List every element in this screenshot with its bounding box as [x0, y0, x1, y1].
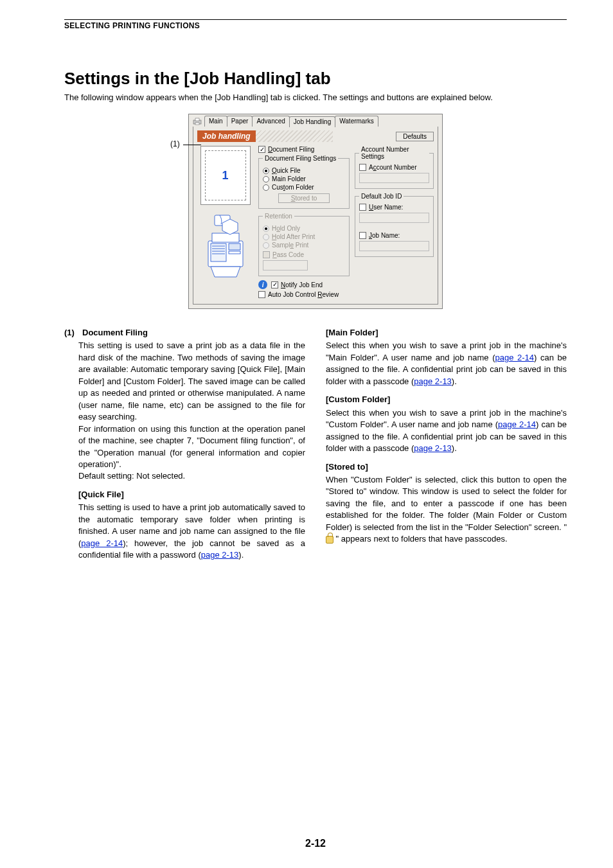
tab-job-handling[interactable]: Job Handling — [289, 116, 335, 127]
checkbox-icon — [359, 204, 366, 211]
svg-rect-6 — [229, 244, 240, 250]
custom-folder-radio[interactable]: Custom Folder — [263, 184, 345, 191]
default-job-id-legend: Default Job ID — [359, 193, 404, 200]
para-quick-file: This setting is used to have a print job… — [78, 502, 305, 561]
defaults-button[interactable]: Defaults — [396, 132, 434, 141]
checkbox-icon — [263, 251, 270, 258]
subhead-main-folder: [Main Folder] — [326, 327, 567, 339]
document-filing-label: Document Filing — [268, 146, 314, 153]
tab-watermarks[interactable]: Watermarks — [335, 116, 378, 127]
doc-filing-settings-group: Document Filing Settings Quick File Main… — [258, 155, 350, 209]
checkbox-icon — [271, 281, 278, 288]
passcode-input — [263, 260, 308, 270]
radio-icon — [263, 242, 269, 249]
banner-stripe — [256, 130, 333, 142]
printer-illustration-icon — [203, 211, 248, 282]
svg-rect-1 — [195, 118, 199, 121]
dfs-legend: Document Filing Settings — [263, 155, 338, 162]
default-job-id-group: Default Job ID User Name: Job Name: — [355, 193, 434, 257]
tab-paper[interactable]: Paper — [227, 116, 253, 127]
page-preview: 1 — [200, 146, 251, 205]
page-number: 2-12 — [64, 838, 567, 849]
account-number-input — [359, 173, 429, 183]
printer-icon — [193, 118, 202, 125]
para-doc-filing-1: This setting is used to save a print job… — [78, 340, 305, 423]
para-custom-folder: Select this when you wish to save a prin… — [326, 407, 567, 455]
acct-legend: Account Number Settings — [359, 146, 429, 160]
tab-main[interactable]: Main — [204, 116, 227, 127]
item-number-1: (1) — [64, 327, 78, 340]
subhead-stored-to: [Stored to] — [326, 461, 567, 473]
checkbox-icon — [359, 164, 366, 171]
user-name-checkbox[interactable]: User Name: — [359, 204, 429, 211]
hold-only-radio: Hold Only — [263, 225, 345, 232]
account-number-checkbox[interactable]: Account Number — [359, 164, 429, 171]
sample-print-radio: Sample Print — [263, 242, 345, 249]
passcode-checkbox: Pass Code — [263, 251, 345, 258]
link-page-2-13-c[interactable]: page 2-13 — [414, 443, 452, 453]
link-page-2-14-c[interactable]: page 2-14 — [498, 420, 536, 429]
account-number-settings-group: Account Number Settings Account Number — [355, 146, 434, 189]
checkbox-icon — [359, 232, 366, 239]
page-title: Settings in the [Job Handling] tab — [64, 69, 567, 89]
retention-legend: Retention — [263, 213, 294, 220]
link-page-2-13-b[interactable]: page 2-13 — [414, 376, 452, 386]
radio-icon — [263, 184, 269, 191]
document-filing-checkbox[interactable]: Document Filing — [258, 146, 350, 153]
para-doc-filing-2: For information on using this function a… — [78, 423, 305, 471]
subhead-custom-folder: [Custom Folder] — [326, 394, 567, 405]
radio-icon — [263, 168, 269, 174]
subhead-quick-file: [Quick File] — [78, 489, 305, 500]
banner-title: Job handling — [197, 130, 256, 142]
radio-icon — [263, 176, 269, 182]
radio-icon — [263, 234, 269, 240]
quick-file-radio[interactable]: Quick File — [263, 167, 345, 174]
job-name-checkbox[interactable]: Job Name: — [359, 232, 429, 239]
tab-advanced[interactable]: Advanced — [252, 116, 289, 127]
svg-rect-2 — [195, 123, 199, 125]
page-preview-number: 1 — [222, 169, 229, 182]
link-page-2-14-b[interactable]: page 2-14 — [495, 353, 535, 362]
job-handling-dialog: Main Paper Advanced Job Handling Waterma… — [188, 114, 443, 309]
section-header: SELECTING PRINTING FUNCTIONS — [64, 21, 567, 30]
stored-to-button[interactable]: Stored to — [278, 193, 330, 203]
link-page-2-13-a[interactable]: page 2-13 — [201, 550, 239, 560]
main-folder-radio[interactable]: Main Folder — [263, 175, 345, 182]
para-main-folder: Select this when you wish to save a prin… — [326, 340, 567, 387]
hold-after-print-radio: Hold After Print — [263, 233, 345, 240]
lock-icon — [326, 536, 333, 544]
link-page-2-14-a[interactable]: page 2-14 — [81, 538, 123, 548]
notify-job-end-checkbox[interactable]: i Notify Job End — [258, 280, 350, 289]
para-doc-filing-3: Default setting: Not selected. — [78, 470, 305, 482]
retention-group: Retention Hold Only Hold After Print Sam… — [258, 213, 350, 276]
intro-text: The following window appears when the [J… — [64, 93, 567, 102]
para-stored-to: When "Custom Folder" is selected, click … — [326, 474, 567, 545]
checkbox-icon — [258, 291, 265, 298]
checkbox-icon — [258, 146, 265, 153]
user-name-input — [359, 213, 429, 223]
callout-1-line — [183, 145, 201, 145]
info-icon: i — [258, 280, 267, 289]
job-name-input — [359, 241, 429, 251]
item-heading-doc-filing: Document Filing — [82, 327, 148, 339]
radio-icon — [263, 226, 269, 232]
callout-1-label: (1) — [170, 139, 180, 148]
dialog-figure: (1) Main Paper Advanced Job Handling Wat… — [188, 114, 443, 309]
svg-rect-5 — [212, 233, 239, 242]
auto-job-control-review-checkbox[interactable]: Auto Job Control Review — [258, 291, 350, 298]
